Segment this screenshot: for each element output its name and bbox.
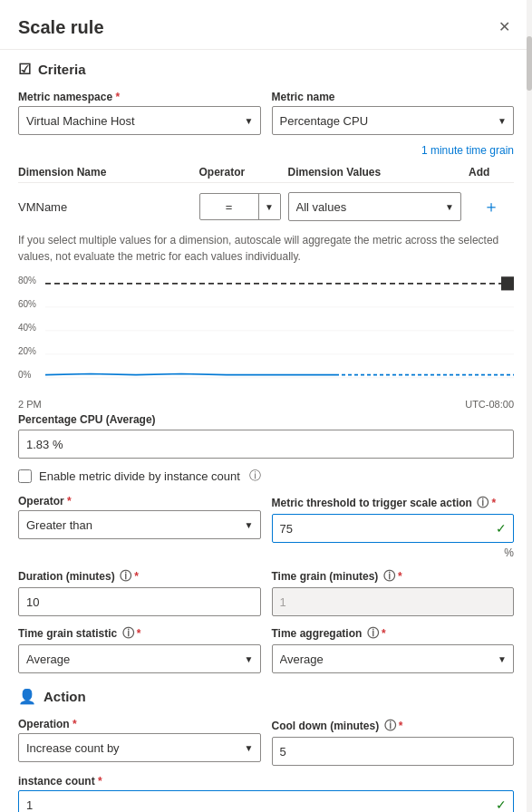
operation-select-wrapper: Increase count byDecrease count byIncrea… <box>18 733 261 762</box>
aggregation-select-wrapper: AverageMinMaxSumCountLast ▼ <box>272 644 515 673</box>
svg-rect-6 <box>501 276 514 290</box>
svg-text:80%: 80% <box>18 275 36 285</box>
instance-count-input[interactable] <box>18 790 514 812</box>
cooldown-group: Cool down (minutes) ⓘ <box>272 718 515 766</box>
instance-count-label: instance count <box>18 775 514 788</box>
statistic-select-wrapper: AverageMinMaxSum ▼ <box>18 644 261 673</box>
dim-values-header: Dimension Values <box>288 166 462 179</box>
statistic-aggregation-row: Time grain statistic ⓘ AverageMinMaxSum … <box>18 625 514 673</box>
enable-divide-info-icon[interactable]: ⓘ <box>249 468 261 484</box>
dim-name-header: Dimension Name <box>18 166 192 179</box>
operator-group: Operator Greater thanGreater than or equ… <box>18 495 261 559</box>
threshold-group: Metric threshold to trigger scale action… <box>272 495 515 559</box>
action-icon: 👤 <box>18 688 36 705</box>
dimension-table-row: VMName = ▼ All values ▼ ＋ <box>18 188 514 225</box>
metric-avg-input[interactable] <box>18 430 514 459</box>
svg-text:20%: 20% <box>18 345 36 355</box>
panel-body: ☑ Criteria Metric namespace Virtual Mach… <box>0 50 532 812</box>
aggregation-info-icon[interactable]: ⓘ <box>367 626 379 640</box>
metric-name-select[interactable]: Percentage CPUNetwork InNetwork OutDisk … <box>272 106 515 135</box>
dimension-operator-chevron-icon[interactable]: ▼ <box>258 194 280 219</box>
metric-namespace-label: Metric namespace <box>18 91 261 103</box>
time-grain-input <box>272 587 515 616</box>
operator-label: Operator <box>18 495 261 508</box>
enable-divide-checkbox[interactable] <box>18 469 32 483</box>
time-aggregation-label: Time aggregation ⓘ <box>272 625 515 642</box>
metric-namespace-select[interactable]: Virtual Machine HostGuest (classic) <box>18 106 261 135</box>
dimension-info-text: If you select multiple values for a dime… <box>18 232 514 265</box>
dimension-operator-select[interactable]: = ▼ <box>199 193 281 220</box>
metric-name-select-wrapper: Percentage CPUNetwork InNetwork OutDisk … <box>272 106 515 135</box>
time-grain-statistic-select[interactable]: AverageMinMaxSum <box>18 644 261 673</box>
time-grain-label: Time grain (minutes) ⓘ <box>272 568 515 585</box>
dimension-operator-value: = <box>200 200 258 214</box>
chart-footer: 2 PM UTC-08:00 <box>18 399 514 410</box>
dimension-table-header: Dimension Name Operator Dimension Values… <box>18 162 514 183</box>
chart-svg: 80% 60% 40% 20% 0% <box>18 274 514 392</box>
instance-count-wrapper: ✓ <box>18 790 514 812</box>
metric-row: Metric namespace Virtual Machine HostGue… <box>18 91 514 135</box>
time-grain-group: Time grain (minutes) ⓘ <box>272 568 515 616</box>
operator-header: Operator <box>199 166 281 179</box>
enable-divide-label: Enable metric divide by instance count <box>39 469 240 483</box>
dimension-name-value: VMName <box>18 200 192 214</box>
time-aggregation-select[interactable]: AverageMinMaxSumCountLast <box>272 644 515 673</box>
dimension-values-select[interactable]: All values <box>288 192 462 221</box>
operation-label: Operation <box>18 718 261 730</box>
metric-namespace-select-wrapper: Virtual Machine HostGuest (classic) ▼ <box>18 106 261 135</box>
scrollbar-thumb[interactable] <box>527 36 532 91</box>
metric-namespace-group: Metric namespace Virtual Machine HostGue… <box>18 91 261 135</box>
add-dimension-button[interactable]: ＋ <box>469 194 514 219</box>
operation-select[interactable]: Increase count byDecrease count byIncrea… <box>18 733 261 762</box>
enable-divide-row: Enable metric divide by instance count ⓘ <box>18 468 514 484</box>
add-header: Add <box>469 166 514 179</box>
instance-count-group: instance count ✓ <box>18 775 514 812</box>
svg-text:40%: 40% <box>18 322 36 332</box>
threshold-check-icon: ✓ <box>496 521 507 536</box>
statistic-info-icon[interactable]: ⓘ <box>122 626 134 640</box>
threshold-info-icon[interactable]: ⓘ <box>477 496 488 509</box>
cooldown-label: Cool down (minutes) ⓘ <box>272 718 515 734</box>
percent-label: % <box>272 546 515 559</box>
svg-text:60%: 60% <box>18 298 36 308</box>
operator-select-wrapper: Greater thanGreater than or equal toLess… <box>18 510 261 539</box>
action-section: 👤 Action Operation Increase count byDecr… <box>18 688 514 812</box>
action-section-header: 👤 Action <box>18 688 514 705</box>
criteria-section-header: ☑ Criteria <box>18 61 514 78</box>
dimension-values-select-wrapper: All values ▼ <box>288 192 462 221</box>
threshold-input[interactable] <box>272 514 515 543</box>
metric-chart: 80% 60% 40% 20% 0% <box>18 274 514 392</box>
instance-check-icon: ✓ <box>496 798 507 812</box>
action-label: Action <box>44 689 86 704</box>
chart-timezone-label: UTC-08:00 <box>465 399 514 410</box>
time-grain-statistic-group: Time grain statistic ⓘ AverageMinMaxSum … <box>18 625 261 673</box>
duration-label: Duration (minutes) ⓘ <box>18 568 261 585</box>
close-button[interactable]: ✕ <box>495 16 514 38</box>
duration-info-icon[interactable]: ⓘ <box>120 569 131 583</box>
operation-cooldown-row: Operation Increase count byDecrease coun… <box>18 718 514 766</box>
panel-header: Scale rule ✕ <box>0 0 532 50</box>
threshold-wrapper: ✓ <box>272 514 515 543</box>
time-grain-statistic-label: Time grain statistic ⓘ <box>18 625 261 642</box>
criteria-label: Criteria <box>38 62 86 77</box>
time-aggregation-group: Time aggregation ⓘ AverageMinMaxSumCount… <box>272 625 515 673</box>
duration-input[interactable] <box>18 587 261 616</box>
operation-group: Operation Increase count byDecrease coun… <box>18 718 261 766</box>
svg-text:0%: 0% <box>18 369 31 379</box>
metric-name-label: Metric name <box>272 91 515 103</box>
cooldown-info-icon[interactable]: ⓘ <box>384 719 396 732</box>
duration-group: Duration (minutes) ⓘ <box>18 568 261 616</box>
panel-title: Scale rule <box>18 17 104 38</box>
operator-select[interactable]: Greater thanGreater than or equal toLess… <box>18 510 261 539</box>
duration-timegrain-row: Duration (minutes) ⓘ Time grain (minutes… <box>18 568 514 616</box>
cooldown-input[interactable] <box>272 737 515 766</box>
time-grain-note: 1 minute time grain <box>18 144 514 157</box>
time-grain-info-icon[interactable]: ⓘ <box>383 569 395 583</box>
operator-threshold-row: Operator Greater thanGreater than or equ… <box>18 495 514 559</box>
scale-rule-panel: Scale rule ✕ ☑ Criteria Metric namespace… <box>0 0 532 812</box>
chart-time-label: 2 PM <box>18 399 42 410</box>
metric-avg-label: Percentage CPU (Average) <box>18 413 514 426</box>
criteria-icon: ☑ <box>18 61 31 78</box>
scrollbar[interactable] <box>527 0 532 812</box>
metric-name-group: Metric name Percentage CPUNetwork InNetw… <box>272 91 515 135</box>
